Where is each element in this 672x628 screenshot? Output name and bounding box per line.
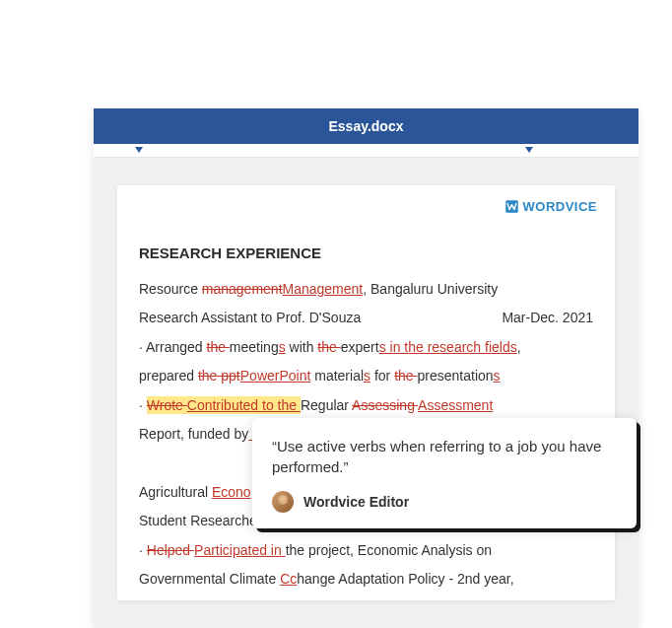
line-2: Research Assistant to Prof. D'Souza Mar-… — [139, 304, 593, 332]
date-text: Mar-Dec. 2021 — [502, 304, 593, 332]
ruler[interactable] — [94, 144, 638, 158]
line-11: Governmental Climate Cchange Adaptation … — [139, 565, 593, 593]
author-name: Wordvice Editor — [303, 494, 409, 510]
deletion: Wrote — [147, 397, 187, 413]
text: for — [370, 368, 394, 384]
author-avatar — [272, 491, 294, 513]
line-3: · Arranged the meetings with the experts… — [139, 333, 593, 362]
line-1: Resource managementManagement, Bangaluru… — [139, 275, 593, 304]
text: · — [139, 397, 147, 413]
wordvice-logo: WORDVICE — [504, 199, 598, 214]
insertion: Assessment — [418, 397, 493, 413]
ruler-ticks — [94, 144, 638, 157]
text: Governmental Climate — [139, 571, 280, 587]
text: , Bangaluru University — [363, 281, 498, 297]
deletion: the ppt — [198, 368, 240, 384]
text: Regular — [301, 397, 352, 413]
insertion: Econo — [212, 484, 251, 500]
document-area: WORDVICE RESEARCH EXPERIENCE Resource ma… — [94, 158, 638, 628]
text: with — [286, 339, 318, 355]
line-4: prepared the pptPowerPoint materials for… — [139, 362, 593, 390]
comment-author-row: Wordvice Editor — [272, 491, 617, 513]
editor-comment-tooltip[interactable]: “Use active verbs when referring to a jo… — [252, 418, 637, 528]
insertion: Cc — [280, 571, 297, 587]
ruler-indent-left-icon[interactable] — [135, 147, 143, 153]
insertion: Contributed to the — [187, 397, 301, 413]
window-title-bar: Essay.docx — [94, 108, 638, 144]
text: presentation — [418, 368, 494, 384]
text: · — [139, 542, 147, 558]
text: meeting — [230, 339, 279, 355]
text: hange Adaptation Policy - 2nd year, — [297, 571, 513, 587]
insertion: s — [494, 368, 501, 384]
text: · Arranged — [139, 339, 207, 355]
line-10: · Helped Participated in the project, Ec… — [139, 536, 593, 565]
word-processor-window: Essay.docx WORDVICE RESEARCH EXPERIENCE … — [94, 108, 638, 628]
text: Resource — [139, 281, 202, 297]
text: expert — [341, 339, 379, 355]
insertion: PowerPoint — [240, 368, 311, 384]
text: Report, funded by — [139, 426, 248, 442]
deletion: Helped — [147, 542, 194, 558]
deletion: the — [207, 339, 230, 355]
document-title: Essay.docx — [328, 118, 403, 134]
section-heading: RESEARCH EXPERIENCE — [139, 244, 593, 261]
svg-rect-0 — [505, 200, 518, 213]
highlight[interactable]: Wrote Contributed to the — [147, 396, 301, 414]
text: the project, Economic Analysis on — [286, 542, 492, 558]
deletion: the — [317, 339, 340, 355]
deletion: Assessing — [352, 397, 418, 413]
deletion: the — [394, 368, 417, 384]
insertion: Management — [283, 281, 364, 297]
text: Agricultural — [139, 484, 212, 500]
text: Research Assistant to Prof. D'Souza — [139, 304, 361, 332]
text: , — [517, 339, 521, 355]
wordvice-logo-icon — [504, 199, 519, 214]
comment-text: “Use active verbs when referring to a jo… — [272, 436, 617, 477]
ruler-indent-right-icon[interactable] — [525, 147, 533, 153]
insertion: s — [364, 368, 370, 384]
insertion: Participated in — [194, 542, 286, 558]
insertion: s in the research fields — [379, 339, 517, 355]
deletion: management — [202, 281, 283, 297]
text: prepared — [139, 368, 198, 384]
text: material — [310, 368, 364, 384]
line-5: · Wrote Contributed to the Regular Asses… — [139, 391, 593, 420]
wordvice-logo-text: WORDVICE — [523, 199, 598, 214]
document-page[interactable]: WORDVICE RESEARCH EXPERIENCE Resource ma… — [117, 185, 615, 600]
insertion: s — [279, 339, 286, 355]
